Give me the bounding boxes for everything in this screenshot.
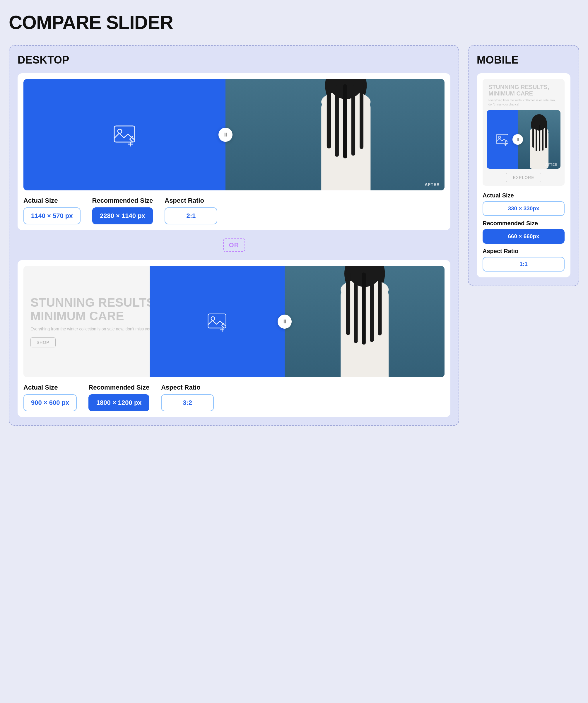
image-placeholder-icon-v2: [207, 311, 227, 332]
recommended-size-label-v2: Recommended Size: [88, 384, 149, 391]
main-layout: DESKTOP: [9, 45, 579, 426]
mobile-section-title: MOBILE: [477, 54, 570, 66]
svg-rect-15: [351, 86, 355, 156]
desktop-section: DESKTOP: [9, 45, 459, 426]
mobile-aspect-ratio-value: 1:1: [483, 257, 565, 271]
woman-after-image: [226, 79, 444, 190]
desktop-variant2-card: STUNNING RESULTS, MINIMUM CARE Everythin…: [17, 260, 450, 417]
mobile-section: MOBILE STUNNING RESULTS, MINIMUM CARE Ev…: [468, 45, 579, 286]
svg-rect-17: [208, 314, 226, 328]
or-badge: OR: [223, 238, 245, 252]
desktop-column: DESKTOP: [9, 45, 459, 426]
svg-rect-48: [542, 125, 543, 151]
svg-rect-34: [496, 135, 508, 144]
aspect-ratio-label-v1: Aspect Ratio: [165, 197, 217, 205]
desktop-variant1-card: AFTER ⏸ Actual Size 1140 × 570 px Recomm…: [17, 73, 450, 230]
explore-btn-area: EXPLORE: [487, 173, 561, 182]
desktop-v2-shop-btn[interactable]: SHOP: [30, 337, 56, 347]
aspect-ratio-label-v2: Aspect Ratio: [161, 384, 214, 391]
recommended-size-col-v2: Recommended Size 1800 × 1200 px: [88, 384, 149, 411]
recommended-size-value-v2: 1800 × 1200 px: [88, 394, 149, 411]
desktop-v1-after: AFTER: [226, 79, 444, 190]
mobile-compare[interactable]: AFTER ⏸: [487, 110, 561, 169]
svg-rect-30: [354, 274, 357, 343]
mobile-column: MOBILE STUNNING RESULTS, MINIMUM CARE Ev…: [468, 45, 579, 286]
svg-rect-29: [346, 271, 350, 335]
mobile-aspect-ratio-item: Aspect Ratio 1:1: [483, 248, 565, 271]
desktop-v1-slider-handle[interactable]: ⏸: [219, 128, 233, 142]
desktop-section-title: DESKTOP: [17, 54, 450, 66]
actual-size-label-v1: Actual Size: [23, 197, 81, 205]
actual-size-value-v2: 900 × 600 px: [23, 394, 77, 411]
mobile-bg-text: STUNNING RESULTS, MINIMUM CARE Everythin…: [487, 84, 561, 110]
desktop-v2-info-row: Actual Size 900 × 600 px Recommended Siz…: [23, 384, 444, 411]
aspect-ratio-col-v1: Aspect Ratio 2:1: [165, 197, 217, 224]
svg-point-1: [118, 129, 122, 133]
mobile-slider-card: STUNNING RESULTS, MINIMUM CARE Everythin…: [477, 73, 570, 278]
svg-rect-47: [539, 125, 540, 151]
mobile-bg-subtext: Everything from the winter collection is…: [489, 98, 559, 106]
actual-size-col-v1: Actual Size 1140 × 570 px: [23, 197, 81, 224]
aspect-ratio-col-v2: Aspect Ratio 3:2: [161, 384, 214, 411]
svg-rect-33: [378, 271, 382, 336]
aspect-ratio-value-v1: 2:1: [165, 208, 217, 224]
mobile-recommended-size-value: 660 × 660px: [483, 229, 565, 244]
desktop-variant2-compare[interactable]: STUNNING RESULTS, MINIMUM CARE Everythin…: [23, 266, 444, 377]
svg-rect-14: [343, 84, 347, 158]
actual-size-col-v2: Actual Size 900 × 600 px: [23, 384, 77, 411]
woman-after-image-v2: [284, 266, 444, 377]
mobile-aspect-ratio-label: Aspect Ratio: [483, 248, 565, 254]
svg-rect-45: [532, 124, 534, 148]
actual-size-value-v1: 1140 × 570 px: [23, 208, 81, 224]
svg-rect-16: [359, 83, 363, 149]
svg-rect-32: [370, 274, 373, 342]
mobile-info-section: Actual Size 330 × 330px Recommended Size…: [483, 192, 565, 271]
svg-point-18: [211, 317, 215, 320]
or-divider: OR: [17, 230, 450, 260]
desktop-v2-slider-handle[interactable]: ⏸: [278, 315, 292, 329]
mobile-recommended-size-item: Recommended Size 660 × 660px: [483, 220, 565, 244]
mobile-after-label: AFTER: [545, 163, 558, 166]
recommended-size-label-v1: Recommended Size: [92, 197, 153, 205]
desktop-v1-before: [23, 79, 226, 190]
svg-point-35: [498, 136, 501, 139]
svg-rect-0: [114, 126, 135, 142]
mobile-actual-size-label: Actual Size: [483, 192, 565, 199]
actual-size-label-v2: Actual Size: [23, 384, 77, 391]
desktop-variant1-compare[interactable]: AFTER ⏸: [23, 79, 444, 190]
svg-rect-13: [335, 86, 339, 157]
page-title: COMPARE SLIDER: [9, 12, 579, 33]
explore-button[interactable]: EXPLORE: [506, 173, 541, 182]
svg-rect-49: [545, 125, 547, 148]
mobile-bg-heading: STUNNING RESULTS, MINIMUM CARE: [489, 84, 559, 97]
mobile-after: AFTER: [518, 110, 561, 169]
mobile-recommended-size-label: Recommended Size: [483, 220, 565, 227]
image-placeholder-icon: [113, 123, 136, 147]
desktop-v1-info-row: Actual Size 1140 × 570 px Recommended Si…: [23, 197, 444, 224]
recommended-size-value-v1: 2280 × 1140 px: [92, 208, 153, 224]
recommended-size-col-v1: Recommended Size 2280 × 1140 px: [92, 197, 153, 224]
mobile-actual-size-value: 330 × 330px: [483, 201, 565, 216]
aspect-ratio-value-v2: 3:2: [161, 394, 214, 411]
desktop-v2-after: [284, 266, 444, 377]
mobile-placeholder-icon: [495, 133, 509, 146]
mobile-actual-size-item: Actual Size 330 × 330px: [483, 192, 565, 216]
after-label-v1: AFTER: [425, 182, 440, 187]
svg-rect-31: [362, 272, 366, 344]
mobile-preview-area: STUNNING RESULTS, MINIMUM CARE Everythin…: [483, 79, 565, 186]
desktop-v2-before: [150, 266, 284, 377]
mobile-slider-handle[interactable]: ⏸: [512, 134, 523, 145]
svg-rect-46: [535, 125, 537, 151]
svg-rect-12: [327, 83, 331, 148]
mobile-after-image: [518, 110, 561, 169]
